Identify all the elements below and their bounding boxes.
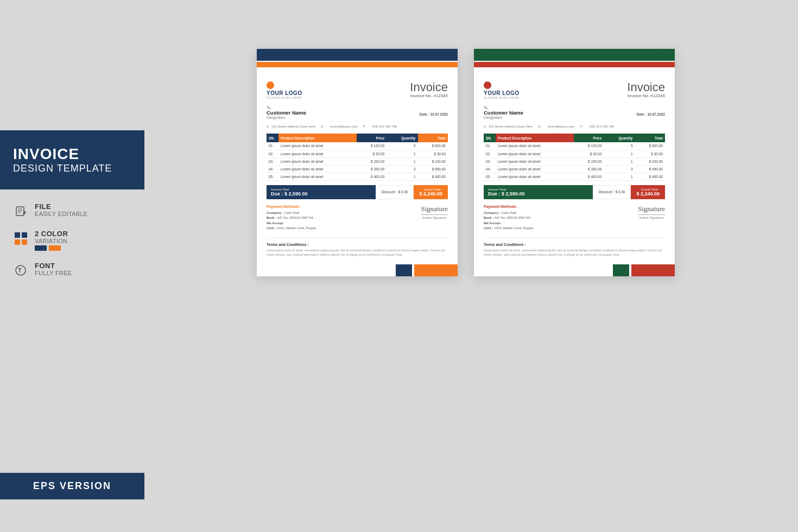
cell-desc: Lorem ipsum dolor sit amet: [278, 165, 357, 173]
cell-total: $ 990.00: [635, 165, 666, 173]
th-total-green: Total: [635, 134, 666, 142]
card-value-green: VISA, Master Card, Paypal: [494, 226, 533, 230]
svg-rect-0: [16, 207, 24, 216]
footer-bar-blue: [414, 264, 458, 276]
font-icon: T: [13, 263, 28, 278]
billing-row-green: To, Customer Name Designation Date : 10.…: [484, 106, 665, 119]
sidebar-eps-block: EPS VERSION: [0, 473, 144, 499]
totals-left-blue: Account Total Due : $ 2,590.00: [267, 185, 376, 199]
company-label: Company :: [267, 211, 283, 214]
payment-title-green: Payment Methods :: [484, 205, 533, 208]
invoice-word: Invoice: [410, 81, 448, 93]
table-row: 05. Lorem ipsum dolor sit amet $ 400.00 …: [484, 173, 665, 180]
cell-sn: 05.: [267, 173, 278, 180]
edit-icon: [13, 204, 28, 219]
cell-desc: Lorem ipsum dolor sit amet: [496, 165, 574, 173]
sidebar-title-block: INVOICE DESIGN TEMPLATE: [0, 130, 144, 189]
invoice-green: YOUR LOGO SLOGAN GOES HERE Invoice Invoi…: [474, 49, 675, 276]
swatch-orange: [49, 245, 61, 251]
invoice-word-green: Invoice: [627, 81, 665, 93]
signature-label-green: Author Signature: [638, 216, 665, 219]
terms-title-green: Terms and Conditions :: [484, 243, 665, 246]
phone: 000 123 456 789: [372, 125, 397, 128]
cell-sn: 05.: [484, 173, 496, 180]
phone-green: 000 123 456 789: [590, 125, 614, 128]
footer-small-bar-green: [613, 264, 629, 276]
address: A : 123 Street Address Goes Here: [267, 125, 315, 128]
swatch-blue: [35, 245, 47, 251]
terms-blue: Terms and Conditions : Lorem ipsum dolor…: [267, 238, 448, 257]
th-price-green: Price: [574, 134, 604, 142]
logo-text: YOUR LOGO: [267, 90, 302, 96]
table-row: 01. Lorem ipsum dolor sit amet $ 120.00 …: [267, 142, 448, 150]
email-green: lorem@ipsum.com: [548, 125, 575, 128]
cell-sn: 01.: [484, 142, 496, 150]
logo-slogan-green: SLOGAN GOES HERE: [484, 96, 519, 99]
signature-blue: Signature Author Signature: [421, 205, 448, 231]
eps-label: EPS VERSION: [13, 480, 131, 492]
card-line-green: Card : VISA, Master Card, Paypal: [484, 226, 533, 231]
header-blue: [257, 49, 458, 61]
payment-blue: Payment Methods : Company : Cash Paid Ba…: [267, 205, 448, 231]
cell-price: $ 330.00: [357, 165, 387, 173]
feature-color-text: 2 COLOR VARIATION: [35, 230, 68, 251]
cell-qty: 1: [387, 157, 417, 165]
to-block: To, Customer Name Designation: [267, 106, 306, 119]
card-label-green: Card :: [484, 226, 493, 230]
cell-total: $ 400.00: [418, 173, 448, 180]
cell-price: $ 120.00: [574, 142, 604, 150]
we-accept-green: We Accept :: [484, 221, 502, 225]
main-content: YOUR LOGO SLOGAN GOES HERE Invoice Invoi…: [144, 0, 798, 532]
email-label-green: E :: [538, 125, 542, 128]
feature-file-sub: EASILY EDITABLE: [35, 211, 87, 217]
bank-label-green: Bank :: [484, 216, 493, 219]
invoice-title-area-green: Invoice Invoice No. #12345: [627, 81, 665, 98]
cell-desc: Lorem ipsum dolor sit amet: [496, 157, 574, 165]
logo-circle: [267, 81, 274, 89]
totals-row-green: Account Total Due : $ 2,590.00 Discount …: [484, 185, 665, 199]
sidebar-title-line1: INVOICE: [13, 145, 131, 163]
cell-qty: 5: [604, 142, 635, 150]
cell-sn: 02.: [484, 150, 496, 157]
invoice-table-green: SN. Product Description Price Quantity T…: [484, 134, 665, 181]
sidebar-features: FILE EASILY EDITABLE 2 COL: [0, 189, 144, 291]
sidebar: INVOICE DESIGN TEMPLATE FILE EASILY EDIT…: [0, 0, 144, 532]
terms-text-green: Lorem ipsum dolor sit amet, consectetur …: [484, 248, 665, 257]
date-label-green: Date :: [637, 112, 647, 116]
date-value: 10.07.2022: [430, 112, 448, 116]
cell-qty: 1: [387, 150, 417, 157]
signature-text: Signature: [421, 205, 448, 215]
invoice-title-area: Invoice Invoice No. #12345: [410, 81, 448, 98]
feature-file-title: FILE: [35, 202, 87, 211]
payment-left-blue: Payment Methods : Company : Cash Paid Ba…: [267, 205, 316, 231]
date-value-green: 10.07.2022: [647, 112, 665, 116]
we-accept-line-green: We Accept :: [484, 221, 533, 226]
terms-green: Terms and Conditions : Lorem ipsum dolor…: [484, 238, 665, 257]
to-label: To,: [267, 106, 306, 110]
feature-font-sub: FULLY FREE: [35, 270, 72, 276]
cell-price: $ 30.00: [357, 150, 387, 157]
cell-desc: Lorem ipsum dolor sit amet: [278, 157, 357, 165]
grand-total-blue: Grand Total : $ 2,240.00: [414, 185, 448, 199]
bank-line-green: Bank : A/C No. 000123 4567 89: [484, 216, 533, 221]
sidebar-title-line2: DESIGN TEMPLATE: [13, 163, 131, 174]
grand-total-green: Grand Total : $ 2,240.00: [631, 185, 665, 199]
totals-row-blue: Account Total Due : $ 2,590.00 Discount …: [267, 185, 448, 199]
date-block-green: Date : 10.07.2022: [637, 106, 665, 119]
cell-qty: 5: [387, 142, 417, 150]
th-desc-green: Product Description: [496, 134, 574, 142]
cell-sn: 03.: [484, 157, 496, 165]
invoice-top-row: YOUR LOGO SLOGAN GOES HERE Invoice Invoi…: [267, 81, 448, 99]
invoice-number: Invoice No. #12345: [410, 93, 448, 98]
footer-blue: [257, 264, 458, 276]
color-icon: [13, 231, 28, 246]
bank-label: Bank :: [267, 216, 276, 219]
discount: Discount : $ 0.00: [376, 185, 414, 199]
feature-font-title: FONT: [35, 262, 72, 270]
signature-text-green: Signature: [638, 205, 665, 215]
we-accept: We Accept :: [267, 221, 285, 225]
th-qty-green: Quantity: [604, 134, 635, 142]
cell-qty: 3: [387, 165, 417, 173]
invoice-number-green: Invoice No. #12345: [627, 93, 665, 98]
customer-name-green: Customer Name: [484, 110, 523, 116]
